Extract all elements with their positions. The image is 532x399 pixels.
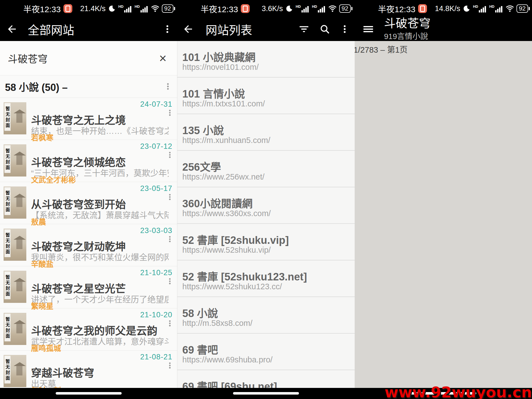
website-row[interactable]: 52 書庫 [52shuku.vip] https://www.52shuku.… bbox=[177, 224, 355, 260]
website-row[interactable]: 101 小說典藏網 https://novel101.com/ bbox=[177, 41, 355, 78]
no-cover-label: 暂无封面 bbox=[4, 187, 11, 215]
wifi-icon bbox=[506, 5, 514, 12]
status-app-icon bbox=[241, 4, 250, 13]
status-app-icon-glyph bbox=[420, 6, 425, 12]
home-indicator[interactable] bbox=[56, 392, 122, 395]
system-navbar bbox=[177, 388, 355, 399]
website-row[interactable]: 101 言情小說 https://m.txtxs101.com/ bbox=[177, 78, 355, 114]
pavilion-base bbox=[16, 155, 22, 165]
website-row[interactable]: 135 小說 https://m.xunhuan5.com/ bbox=[177, 114, 355, 151]
book-result-row[interactable]: 暂无封面 23-05-17 从斗破苍穹签到开始 【系统流，无敌流】萧晨穿越斗气大… bbox=[0, 182, 177, 224]
book-date: 23-03-03 bbox=[140, 226, 172, 235]
pavilion-base bbox=[16, 366, 22, 375]
book-date: 23-05-17 bbox=[140, 184, 172, 193]
website-name: 69 書吧 bbox=[182, 341, 218, 357]
pavilion-base bbox=[16, 198, 22, 207]
panel-reader: 半夜12:33 14.8K/s HD HD 92 斗破苍穹 919言情小說 1/… bbox=[355, 0, 532, 399]
section-kebab-icon[interactable] bbox=[164, 82, 172, 91]
website-row[interactable]: 58 小說 http://m.58xs8.com/ bbox=[177, 297, 355, 334]
reader-content: 1/2783 – 第1页 bbox=[355, 41, 532, 56]
battery-icon: 92 bbox=[162, 4, 175, 13]
book-author: 午时一刻 bbox=[31, 385, 61, 388]
website-name: 69 書吧 [69shu.net] bbox=[182, 378, 277, 388]
book-kebab-icon[interactable] bbox=[166, 319, 174, 327]
network-speed: 21.4K/s bbox=[80, 4, 106, 13]
pavilion-icon bbox=[14, 362, 26, 366]
result-section-header[interactable]: 58 小說 (50) – bbox=[0, 75, 177, 98]
home-indicator[interactable] bbox=[233, 392, 299, 395]
signal-icon: HD bbox=[296, 5, 310, 13]
website-url: http://m.58xs8.com/ bbox=[182, 319, 252, 328]
app-header: 全部网站 bbox=[0, 17, 177, 41]
website-url: https://www.52shuku.vip/ bbox=[182, 245, 271, 255]
filter-icon[interactable] bbox=[298, 23, 310, 35]
book-kebab-icon[interactable] bbox=[166, 235, 174, 243]
website-row[interactable]: 52 書庫 [52shuku123.net] https://www.52shu… bbox=[177, 260, 355, 297]
moon-icon bbox=[463, 5, 470, 12]
back-arrow-icon[interactable] bbox=[182, 23, 194, 35]
pavilion-base bbox=[16, 240, 22, 249]
website-row[interactable]: 69 書吧 [69shu.net] bbox=[177, 370, 355, 388]
status-app-icon bbox=[63, 4, 72, 13]
book-kebab-icon[interactable] bbox=[166, 109, 174, 117]
status-time: 半夜12:33 bbox=[201, 2, 238, 15]
book-result-row[interactable]: 暂无封面 24-07-31 斗破苍穹之无上之境 结束，也是一种开始……《斗破苍穹… bbox=[0, 98, 177, 140]
network-speed: 3.6K/s bbox=[262, 4, 283, 13]
no-cover-label: 暂无封面 bbox=[4, 229, 11, 257]
book-result-row[interactable]: 暂无封面 21-08-21 穿越斗破苍穹 出天墓 午时一刻 bbox=[0, 351, 177, 388]
book-kebab-icon[interactable] bbox=[166, 277, 174, 285]
pavilion-base bbox=[16, 324, 22, 333]
page-title: 网站列表 bbox=[206, 21, 252, 38]
no-cover-placeholder: 暂无封面 bbox=[4, 229, 26, 261]
pavilion-base bbox=[16, 113, 22, 123]
status-bar: 半夜12:33 14.8K/s HD HD 92 bbox=[355, 0, 532, 17]
book-result-row[interactable]: 暂无封面 23-03-03 斗破苍穹之财动乾坤 我叫萧炎，很不巧和某位火爆全网的… bbox=[0, 224, 177, 266]
search-query: 斗破苍穹 bbox=[8, 51, 48, 65]
kebab-menu-icon[interactable] bbox=[340, 24, 350, 34]
page-title: 全部网站 bbox=[28, 21, 74, 38]
moon-icon bbox=[108, 5, 116, 12]
status-bar: 半夜12:33 21.4K/s HD HD 92 bbox=[0, 0, 177, 17]
book-date: 24-07-31 bbox=[140, 100, 172, 109]
website-url: https://www.52shuku123.cc/ bbox=[182, 282, 282, 291]
website-url: https://m.txtxs101.com/ bbox=[182, 99, 265, 108]
pavilion-icon bbox=[14, 236, 26, 240]
pavilion-icon bbox=[14, 152, 26, 155]
pavilion-icon bbox=[14, 109, 26, 113]
reader-body[interactable]: 1/2783 – 第1页 bbox=[355, 41, 532, 388]
website-url: https://m.xunhuan5.com/ bbox=[182, 136, 270, 145]
no-cover-placeholder: 暂无封面 bbox=[4, 186, 26, 219]
back-arrow-icon[interactable] bbox=[6, 23, 18, 35]
book-result-row[interactable]: 暂无封面 21-10-25 斗破苍穹之星空光芒 讲述了，一个天才少年在经历了绝望… bbox=[0, 266, 177, 308]
hamburger-menu-icon[interactable] bbox=[362, 23, 375, 35]
search-input[interactable]: 斗破苍穹 × bbox=[0, 41, 177, 75]
website-row[interactable]: 69 書吧 https://www.69shuba.pro/ bbox=[177, 334, 355, 370]
pavilion-base bbox=[16, 282, 22, 291]
three-screenshot-composite: 半夜12:33 21.4K/s HD HD 92 全部网站 斗破苍穹 × bbox=[0, 0, 532, 399]
app-header: 网站列表 bbox=[177, 17, 355, 41]
clear-icon[interactable]: × bbox=[159, 53, 167, 64]
website-row[interactable]: 360小說閱讀網 https://www.s360xs.com/ bbox=[177, 187, 355, 224]
book-result-row[interactable]: 暂无封面 21-10-20 斗破苍穹之我的师父是云韵 武学天才江北渚遭人暗算，意… bbox=[0, 308, 177, 351]
signal-icon: HD bbox=[473, 5, 487, 13]
book-description: 【系统流，无敌流】萧晨穿越斗气大陆，绑定… bbox=[31, 208, 169, 221]
section-label: 58 小說 (50) – bbox=[5, 79, 68, 94]
website-name: 360小說閱讀網 bbox=[182, 195, 252, 210]
wifi-icon bbox=[328, 5, 337, 12]
book-result-row[interactable]: 暂无封面 23-07-12 斗破苍穹之倾城绝恋 “三十年河东，三十年河西，莫欺少… bbox=[0, 140, 177, 182]
book-kebab-icon[interactable] bbox=[166, 362, 174, 369]
website-name: 58 小說 bbox=[182, 305, 218, 320]
wifi-icon bbox=[151, 5, 159, 12]
book-kebab-icon[interactable] bbox=[166, 193, 174, 201]
page-indicator: 1/2783 – 第1页 bbox=[355, 44, 527, 56]
book-kebab-icon[interactable] bbox=[166, 151, 174, 159]
search-icon[interactable] bbox=[319, 24, 330, 35]
network-speed: 14.8K/s bbox=[435, 4, 460, 13]
battery-level: 92 bbox=[162, 4, 173, 13]
website-row[interactable]: 256文學 https://www.256wx.net/ bbox=[177, 151, 355, 187]
battery-level: 92 bbox=[516, 4, 528, 13]
book-title-header: 斗破苍穹 bbox=[384, 17, 431, 30]
no-cover-label: 暂无封面 bbox=[4, 272, 11, 299]
book-result-list: 暂无封面 24-07-31 斗破苍穹之无上之境 结束，也是一种开始……《斗破苍穹… bbox=[0, 98, 177, 388]
kebab-menu-icon[interactable] bbox=[162, 24, 172, 34]
